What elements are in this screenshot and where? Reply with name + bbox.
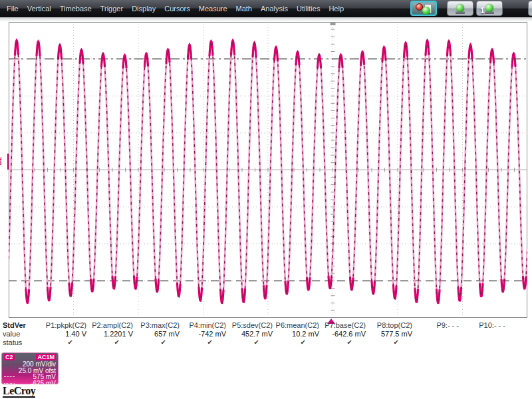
lecroy-logo: LeCroy bbox=[3, 386, 35, 398]
measure-label-p3[interactable]: P3:max(C2) bbox=[133, 321, 180, 330]
green-orb-icon bbox=[456, 4, 464, 12]
table-row-header-status: status bbox=[1, 338, 40, 347]
green-orb-icon bbox=[422, 7, 430, 15]
menu-item-vertical[interactable]: Vertical bbox=[27, 5, 51, 13]
measure-value-p2: 1.2201 V bbox=[86, 330, 133, 338]
measure-status-p10 bbox=[459, 338, 505, 347]
measure-label-p7[interactable]: P7:base(C2) bbox=[319, 321, 366, 330]
measure-status-p3: ✔ bbox=[133, 338, 180, 347]
measure-status-p1: ✔ bbox=[40, 338, 86, 347]
menu-item-file[interactable]: File bbox=[7, 5, 19, 13]
display-partial-button[interactable] bbox=[528, 1, 532, 16]
measure-status-p7: ✔ bbox=[319, 338, 366, 347]
measure-value-p7: -642.6 mV bbox=[319, 330, 366, 338]
scope-grid-svg bbox=[9, 22, 527, 318]
display-button[interactable] bbox=[447, 1, 473, 16]
measure-label-p6[interactable]: P6:mean(C2) bbox=[273, 321, 319, 330]
measure-value-p1: 1.40 V bbox=[40, 330, 86, 338]
measure-status-p6: ✔ bbox=[273, 338, 319, 347]
measure-label-p5[interactable]: P5:sdev(C2) bbox=[226, 321, 273, 330]
waveform-display[interactable] bbox=[9, 22, 527, 318]
measure-status-p8: ✔ bbox=[366, 338, 412, 347]
cursor-top-linestyle-icon bbox=[4, 376, 15, 377]
measure-status-p9 bbox=[412, 338, 459, 347]
menu-item-utilities[interactable]: Utilities bbox=[297, 5, 320, 13]
measurement-table: StdVerP1:pkpk(C2)P2:ampl(C2)P3:max(C2)P4… bbox=[1, 321, 532, 347]
measure-label-p2[interactable]: P2:ampl(C2) bbox=[86, 321, 133, 330]
menu-item-math[interactable]: Math bbox=[236, 5, 252, 13]
table-row-header-stdver: StdVer bbox=[1, 321, 40, 330]
measure-label-p4[interactable]: P4:min(C2) bbox=[180, 321, 226, 330]
measure-status-p2: ✔ bbox=[86, 338, 133, 347]
measure-label-p9[interactable]: P9:- - - bbox=[412, 321, 459, 330]
coupling-badge: AC1M bbox=[36, 354, 56, 360]
menu-item-cursors[interactable]: Cursors bbox=[164, 5, 190, 13]
channel-name-badge: C2 bbox=[4, 354, 15, 360]
measure-value-p9 bbox=[412, 330, 459, 338]
window-chrome-strip bbox=[0, 17, 532, 22]
measure-label-p10[interactable]: P10:- - - bbox=[459, 321, 505, 330]
channel-axis-marker[interactable]: C2 bbox=[0, 158, 13, 166]
cursor-bottom-linestyle-icon bbox=[4, 383, 15, 384]
display-1-button[interactable]: 1 bbox=[476, 1, 503, 16]
table-row-header-value: value bbox=[1, 330, 40, 338]
menu-item-display[interactable]: Display bbox=[132, 5, 156, 13]
measure-label-p8[interactable]: P8:top(C2) bbox=[366, 321, 412, 330]
measure-label-p11[interactable]: P bbox=[505, 321, 532, 330]
measure-value-p6: 10.2 mV bbox=[273, 330, 319, 338]
menu-item-analysis[interactable]: Analysis bbox=[261, 5, 288, 13]
measure-status-p4: ✔ bbox=[180, 338, 226, 347]
history-mode-button[interactable] bbox=[410, 1, 437, 16]
measure-value-p10 bbox=[459, 330, 505, 338]
menu-item-timebase[interactable]: Timebase bbox=[60, 5, 92, 13]
measure-label-p1[interactable]: P1:pkpk(C2) bbox=[40, 321, 86, 330]
menu-item-trigger[interactable]: Trigger bbox=[100, 5, 123, 13]
green-orb-icon bbox=[485, 4, 493, 12]
channel-c2-descriptor-box[interactable]: C2 AC1M 200 mV/div 25.0 mV ofst 575 mV -… bbox=[1, 352, 59, 384]
measure-value-p11 bbox=[505, 330, 532, 338]
measure-value-p5: 452.7 mV bbox=[226, 330, 273, 338]
menu-item-help[interactable]: Help bbox=[329, 5, 344, 13]
measure-status-p5: ✔ bbox=[226, 338, 273, 347]
menu-item-measure[interactable]: Measure bbox=[199, 5, 227, 13]
channel-axis-tick bbox=[7, 154, 9, 170]
toolbar-button-badge: 1 bbox=[480, 7, 485, 15]
measure-value-p3: 657 mV bbox=[133, 330, 180, 338]
measure-value-p8: 577.5 mV bbox=[366, 330, 412, 338]
measure-status-p11 bbox=[505, 338, 532, 347]
measure-value-p4: -742 mV bbox=[180, 330, 226, 338]
